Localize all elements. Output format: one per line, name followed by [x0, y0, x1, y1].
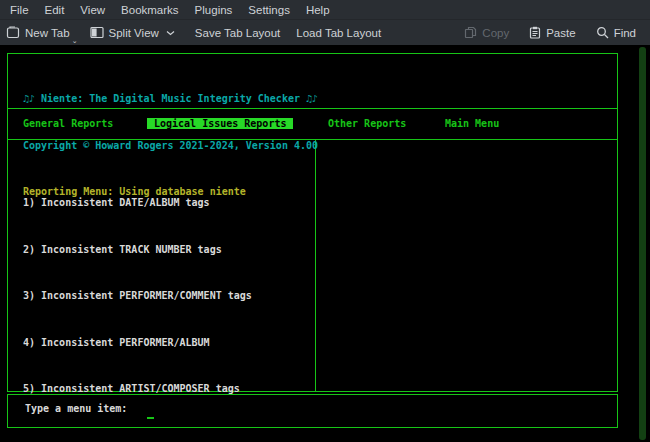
new-tab-icon: [6, 26, 20, 39]
split-view-label: Split View: [109, 27, 159, 39]
list-item[interactable]: 3) Inconsistent PERFORMER/COMMENT tags: [23, 288, 252, 304]
report-options-list: 1) Inconsistent DATE/ALBUM tags 2) Incon…: [23, 164, 252, 428]
copy-button[interactable]: Copy: [458, 21, 515, 44]
find-button[interactable]: Find: [590, 21, 642, 44]
tab-logical-issues-reports[interactable]: Logical Issues Reports: [147, 118, 293, 129]
report-menu-tabs: General Reports Logical Issues Reports O…: [8, 118, 617, 134]
copy-label: Copy: [482, 27, 509, 39]
terminal-scrollbar[interactable]: [639, 47, 646, 440]
new-tab-dropdown-caret: ⌄: [72, 37, 78, 45]
text-cursor[interactable]: [147, 417, 154, 419]
menu-settings[interactable]: Settings: [240, 4, 298, 16]
new-tab-button[interactable]: New Tab ⌄: [0, 21, 76, 44]
tab-general-reports[interactable]: General Reports: [23, 118, 113, 129]
copy-icon: [464, 26, 477, 39]
paste-icon: [529, 26, 541, 39]
list-item[interactable]: 1) Inconsistent DATE/ALBUM tags: [23, 195, 252, 211]
split-view-button[interactable]: Split View: [84, 21, 181, 44]
split-view-icon: [90, 26, 104, 39]
menu-file[interactable]: File: [2, 4, 37, 16]
app-copyright: Copyright © Howard Rogers 2021-2024, Ver…: [23, 138, 318, 154]
find-icon: [596, 26, 609, 39]
menubar: File Edit View Bookmarks Plugins Setting…: [0, 0, 650, 20]
load-tab-layout-label: Load Tab Layout: [296, 27, 381, 39]
prompt-label: Type a menu item:: [25, 403, 127, 414]
find-label: Find: [614, 27, 636, 39]
list-item[interactable]: 4) Inconsistent PERFORMER/ALBUM: [23, 335, 252, 351]
save-tab-layout-label: Save Tab Layout: [195, 27, 280, 39]
menu-edit[interactable]: Edit: [37, 4, 73, 16]
app-title: ♫♪ Niente: The Digital Music Integrity C…: [23, 91, 318, 107]
menu-help[interactable]: Help: [298, 4, 338, 16]
menu-view[interactable]: View: [72, 4, 113, 16]
toolbar: New Tab ⌄ Split View Save Tab Layout Loa…: [0, 20, 650, 45]
tab-main-menu[interactable]: Main Menu: [445, 118, 499, 129]
tab-other-reports[interactable]: Other Reports: [328, 118, 406, 129]
tui-main-frame: ♫♪ Niente: The Digital Music Integrity C…: [7, 53, 618, 392]
konsole-window: File Edit View Bookmarks Plugins Setting…: [0, 0, 650, 442]
list-item[interactable]: 2) Inconsistent TRACK NUMBER tags: [23, 242, 252, 258]
menu-plugins[interactable]: Plugins: [187, 4, 241, 16]
menu-bookmarks[interactable]: Bookmarks: [113, 4, 187, 16]
chevron-down-icon: [166, 30, 175, 36]
load-tab-layout-button[interactable]: Load Tab Layout: [290, 21, 387, 44]
paste-label: Paste: [546, 27, 575, 39]
terminal-display[interactable]: ♫♪ Niente: The Digital Music Integrity C…: [0, 45, 650, 442]
save-tab-layout-button[interactable]: Save Tab Layout: [189, 21, 286, 44]
new-tab-label: New Tab: [25, 27, 70, 39]
prompt-frame: Type a menu item:: [7, 394, 618, 428]
paste-button[interactable]: Paste: [523, 21, 581, 44]
